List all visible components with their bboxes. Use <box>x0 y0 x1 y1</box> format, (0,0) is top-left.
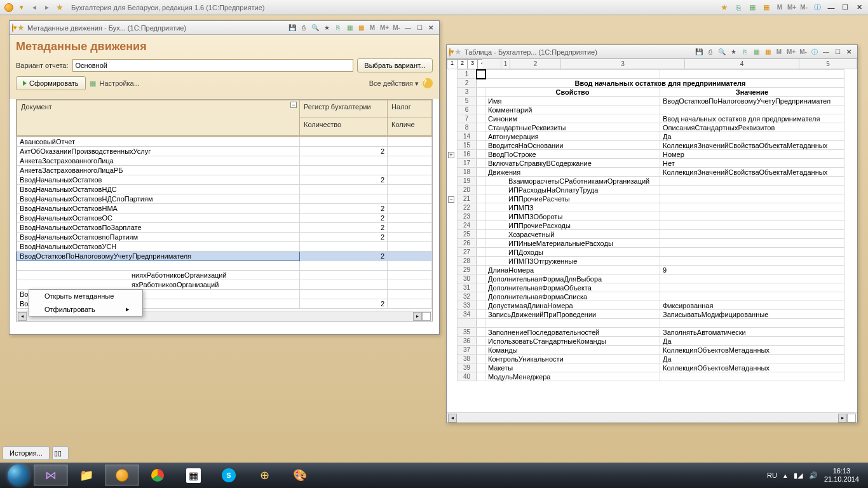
table-row[interactable]: ВводНачальныхОстатковПоЗарплате2 <box>17 223 432 233</box>
calendar-icon[interactable]: ▦ <box>356 24 366 32</box>
table-row[interactable]: 6Комментарий <box>458 105 844 114</box>
table-row[interactable]: 3СвойствоЗначение <box>458 88 844 97</box>
table-row[interactable]: 21ИППрочиеРасчеты <box>458 194 844 203</box>
table-row[interactable]: АвансовыйОтчет <box>17 137 432 147</box>
tray-clock[interactable]: 16:13 21.10.2014 <box>824 467 859 484</box>
m-plus-btn[interactable]: M+ <box>379 23 390 33</box>
table-row[interactable]: 35ЗаполнениеПоследовательностейЗаполнять… <box>458 328 844 337</box>
tb-skype[interactable]: S <box>212 464 246 486</box>
col-3[interactable]: 3 <box>561 59 685 69</box>
ctx-filter[interactable]: Отфильтровать▸ <box>29 302 142 316</box>
table-row[interactable]: 18ДвиженияКоллекцияЗначенийСвойстваОбъек… <box>458 168 844 177</box>
table-row[interactable]: 19ВзаиморасчетыСРаботникамиОрганизаций <box>458 177 844 186</box>
m-plus-btn[interactable]: M+ <box>785 47 797 57</box>
close-btn[interactable]: ✕ <box>426 24 436 32</box>
table-row[interactable]: ВводНачальныхОстатков2 <box>17 175 432 185</box>
level-1[interactable]: 1 <box>447 59 458 69</box>
table-row[interactable]: 23ИПМПЗОбороты <box>458 212 844 221</box>
tb-visualstudio[interactable]: ⋈ <box>34 464 68 486</box>
h-scrollbar[interactable]: ◂ ▸ <box>447 412 857 423</box>
m-btn[interactable]: M <box>774 3 785 13</box>
help-icon[interactable]: ? <box>423 78 433 88</box>
table-row[interactable]: 40МодульМенеджера <box>458 372 844 381</box>
calc-icon[interactable]: ▦ <box>751 48 761 57</box>
scroll-right-icon[interactable]: ▸ <box>413 312 422 321</box>
favorite-icon[interactable]: ★ <box>454 47 462 57</box>
tray-lang[interactable]: RU <box>767 471 777 479</box>
start-button[interactable] <box>4 463 33 487</box>
info-icon[interactable]: ⓘ <box>810 48 820 57</box>
settings-link[interactable]: Настройка... <box>100 79 140 87</box>
scroll-left-icon[interactable]: ◂ <box>448 414 457 423</box>
dropdown-icon[interactable]: ▾ <box>17 3 27 13</box>
max-icon[interactable]: ☐ <box>840 3 850 13</box>
table-row[interactable]: ВводНачальныхОстатковУСН <box>17 242 432 252</box>
info-icon[interactable]: ⓘ <box>812 3 822 13</box>
table-row[interactable]: 26ИПИныеМатериальныеРасходы <box>458 239 844 248</box>
table-row[interactable]: ВводНачальныхОстатковОС2 <box>17 214 432 223</box>
table-row[interactable]: АктОбОказанииПроизводственныхУслуг2 <box>17 147 432 156</box>
table-row[interactable]: 38КонтрольУникальностиДа <box>458 355 844 363</box>
max-btn[interactable]: ☐ <box>832 48 843 57</box>
calendar-icon[interactable]: ▦ <box>763 48 773 57</box>
m-btn[interactable]: M <box>773 47 785 57</box>
tb-explorer[interactable]: 📁 <box>69 464 104 486</box>
m-plus-btn[interactable]: M+ <box>786 3 797 13</box>
save-icon[interactable]: 💾 <box>287 24 297 32</box>
table-row[interactable]: 33ДопустимаяДлинаНомераФиксированная <box>458 301 844 310</box>
select-variant-button[interactable]: Выбрать вариант... <box>357 58 433 72</box>
metadata-titlebar[interactable]: ▾ ★ Метаданные движения - Бух... (1С:Пре… <box>10 21 439 35</box>
tray-network-icon[interactable]: ▮◢ <box>794 471 803 480</box>
table-row[interactable]: 16ВводПоСтрокеНомер <box>458 150 844 159</box>
min-icon[interactable]: — <box>826 3 836 13</box>
ctx-open-metadata[interactable]: Открыть метаданные <box>29 290 142 302</box>
calc-icon[interactable]: ▦ <box>747 3 757 13</box>
print-icon[interactable]: ⎙ <box>705 48 715 57</box>
favorite-icon[interactable]: ★ <box>17 23 25 32</box>
table-row[interactable]: 36ИспользоватьСтандартныеКомандыДа <box>458 337 844 346</box>
close-btn[interactable]: ✕ <box>844 48 854 57</box>
table-row[interactable]: ВводНачальныхОстатковНДСпоПартиям <box>17 194 432 204</box>
preview-icon[interactable]: 🔍 <box>717 48 727 57</box>
table-row[interactable]: 29ДлинаНомера9 <box>458 266 844 274</box>
calendar-icon[interactable]: ▦ <box>761 3 771 13</box>
scroll-left-icon[interactable]: ◂ <box>18 312 27 321</box>
min-btn[interactable]: — <box>403 24 413 32</box>
min-btn[interactable]: — <box>821 48 831 57</box>
m-minus-btn[interactable]: M- <box>797 47 809 57</box>
table-row[interactable]: 34ЗаписьДвиженийПриПроведенииЗаписыватьМ… <box>458 310 844 319</box>
tray-up-icon[interactable]: ▴ <box>783 471 787 480</box>
table-row[interactable]: 39МакетыКоллекцияОбъектовМетаданных <box>458 363 844 372</box>
table-row[interactable]: 27ИПДоходы <box>458 248 844 257</box>
collapse-icon[interactable]: − <box>290 102 297 108</box>
table-row[interactable]: ВводНачальныхОстатковНМА2 <box>17 204 432 214</box>
table-titlebar[interactable]: ▾ ★ Таблица - Бухгалтер... (1С:Предприят… <box>447 45 857 59</box>
table-row[interactable]: ВводНачальныхОстатковНДС <box>17 185 432 194</box>
tb-1c[interactable] <box>105 464 139 486</box>
table-row[interactable]: АнкетаЗастрахованногоЛицаРБ <box>17 166 432 175</box>
all-actions-link[interactable]: Все действия ▾ <box>369 79 419 88</box>
tb-grid[interactable]: ▦ <box>176 464 210 486</box>
m-minus-btn[interactable]: M- <box>798 3 810 13</box>
table-row[interactable]: АнкетаЗастрахованногоЛица <box>17 156 432 166</box>
save-icon[interactable]: 💾 <box>694 48 704 57</box>
table-row[interactable]: 32ДополнительнаяФормаСписка <box>458 292 844 301</box>
table-row[interactable]: 8СтандартныеРеквизитыОписанияСтандартных… <box>458 123 844 132</box>
table-row[interactable]: 24ИППрочиеРасходы <box>458 221 844 230</box>
calc-icon[interactable]: ▦ <box>344 24 355 32</box>
tb-paint[interactable]: 🎨 <box>283 464 317 486</box>
table-row[interactable]: ВводНачальныхОстатковпоПартиям2 <box>17 233 432 242</box>
form-button[interactable]: Сформировать <box>16 76 86 90</box>
col-2[interactable]: 2 <box>510 59 561 69</box>
link-icon[interactable]: ⎘ <box>740 48 750 57</box>
table-row[interactable]: 30ДополнительнаяФормаДляВыбора <box>458 274 844 283</box>
table-row[interactable]: 15ВводитсяНаОснованииКоллекцияЗначенийСв… <box>458 141 844 150</box>
table-row[interactable]: 1 <box>458 70 844 79</box>
table-row[interactable]: 2Ввод начальных остатков для предпринима… <box>458 79 844 88</box>
preview-icon[interactable]: 🔍 <box>310 24 320 32</box>
link-icon[interactable]: ⎘ <box>733 3 743 13</box>
tb-chrome[interactable] <box>140 464 175 486</box>
level-2[interactable]: 2 <box>457 59 468 69</box>
table-row[interactable]: 20ИПРасходыНаОплатуТруда <box>458 186 844 194</box>
spreadsheet-grid[interactable]: 12Ввод начальных остатков для предприним… <box>457 69 844 381</box>
